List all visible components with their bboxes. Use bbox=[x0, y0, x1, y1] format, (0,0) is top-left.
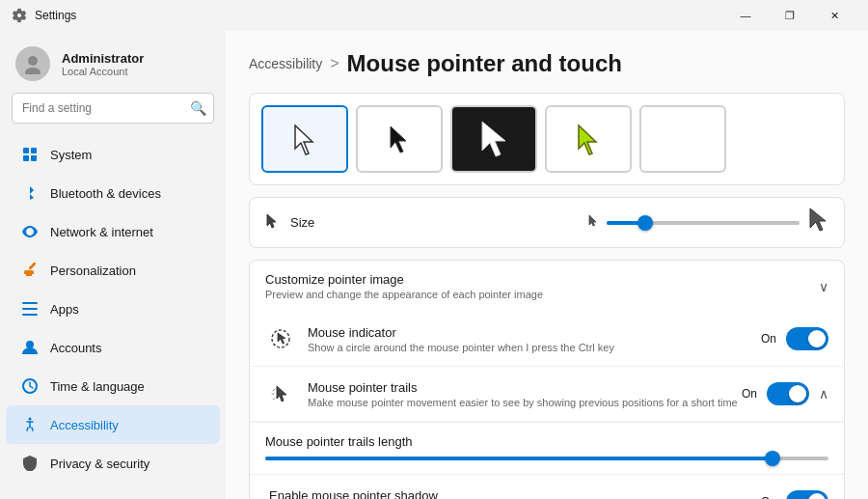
search-box: 🔍 bbox=[12, 93, 214, 124]
mouse-trails-status: On bbox=[742, 387, 757, 401]
toggle-thumb-shadow bbox=[808, 493, 826, 499]
mouse-trails-toggle[interactable] bbox=[767, 382, 809, 405]
trails-length-slider[interactable] bbox=[265, 457, 828, 460]
toggle-thumb bbox=[808, 330, 826, 347]
pointer-card-black-small[interactable] bbox=[356, 105, 443, 173]
sidebar-item-accounts[interactable]: Accounts bbox=[6, 328, 220, 367]
mouse-shadow-title: Enable mouse pointer shadow bbox=[269, 488, 761, 500]
mouse-indicator-control: On bbox=[761, 327, 828, 350]
svg-point-10 bbox=[26, 341, 34, 348]
svg-point-1 bbox=[28, 56, 38, 66]
breadcrumb: Accessibility > Mouse pointer and touch bbox=[249, 50, 845, 77]
mouse-indicator-row: Mouse indicator Show a circle around the… bbox=[250, 312, 844, 367]
svg-rect-4 bbox=[31, 148, 37, 153]
time-icon bbox=[21, 377, 39, 395]
title-bar-text: Settings bbox=[35, 9, 723, 22]
expand-trails-icon[interactable]: ∧ bbox=[819, 386, 828, 402]
svg-rect-9 bbox=[22, 314, 38, 316]
svg-point-0 bbox=[17, 14, 21, 17]
customize-texts: Customize pointer image Preview and chan… bbox=[265, 272, 819, 300]
sidebar-item-label-apps: Apps bbox=[50, 302, 79, 317]
sidebar-item-label-personalization: Personalization bbox=[50, 263, 136, 278]
sidebar-item-update[interactable]: Windows Update bbox=[6, 483, 220, 491]
mouse-indicator-icon bbox=[265, 323, 296, 354]
customize-pointer-row[interactable]: Customize pointer image Preview and chan… bbox=[250, 261, 844, 312]
mouse-shadow-row: Enable mouse pointer shadow Show shadow … bbox=[250, 475, 844, 499]
title-bar-controls: — ❐ ✕ bbox=[723, 0, 856, 31]
size-row: Size bbox=[249, 197, 845, 248]
nav-items: System Bluetooth & devices Network & bbox=[0, 131, 226, 491]
sidebar-item-apps[interactable]: Apps bbox=[6, 290, 220, 328]
mouse-indicator-title: Mouse indicator bbox=[308, 325, 761, 340]
sidebar-item-accessibility[interactable]: Accessibility bbox=[6, 405, 220, 444]
sidebar-item-system[interactable]: System bbox=[6, 135, 220, 174]
pointer-card-green[interactable] bbox=[545, 105, 632, 173]
mouse-indicator-text: Mouse indicator Show a circle around the… bbox=[308, 325, 761, 353]
user-sub: Local Account bbox=[62, 66, 144, 77]
pointer-settings-card: Customize pointer image Preview and chan… bbox=[249, 260, 845, 499]
apps-icon bbox=[21, 300, 39, 318]
svg-rect-3 bbox=[23, 148, 29, 153]
trails-length-label: Mouse pointer trails length bbox=[265, 434, 828, 449]
minimize-button[interactable]: — bbox=[723, 0, 768, 31]
svg-rect-5 bbox=[23, 155, 29, 161]
mouse-trails-title: Mouse pointer trails bbox=[308, 380, 742, 395]
accessibility-icon bbox=[21, 416, 39, 433]
pointer-card-custom[interactable] bbox=[639, 105, 726, 173]
user-info: Administrator Local Account bbox=[62, 51, 144, 77]
mouse-indicator-toggle[interactable] bbox=[786, 327, 828, 350]
sidebar-item-network[interactable]: Network & internet bbox=[6, 212, 220, 251]
cursor-small-icon bbox=[587, 214, 599, 231]
pointer-card-white[interactable] bbox=[261, 105, 348, 173]
maximize-button[interactable]: ❐ bbox=[768, 0, 812, 31]
mouse-shadow-toggle[interactable] bbox=[786, 490, 828, 499]
svg-point-2 bbox=[25, 68, 41, 74]
mouse-shadow-text: Enable mouse pointer shadow Show shadow … bbox=[265, 488, 761, 500]
sidebar-item-label-privacy: Privacy & security bbox=[50, 457, 149, 471]
sidebar-item-time[interactable]: Time & language bbox=[6, 367, 220, 405]
mouse-trails-text: Mouse pointer trails Make mouse pointer … bbox=[308, 380, 742, 408]
trails-length-thumb[interactable] bbox=[765, 451, 780, 466]
size-label: Size bbox=[290, 215, 314, 230]
mouse-trails-subtitle: Make mouse pointer movement easier to se… bbox=[308, 397, 742, 408]
user-name: Administrator bbox=[62, 51, 144, 66]
sidebar-item-privacy[interactable]: Privacy & security bbox=[6, 444, 220, 483]
close-button[interactable]: ✕ bbox=[812, 0, 856, 31]
privacy-icon bbox=[21, 455, 39, 472]
customize-subtitle: Preview and change the appearance of eac… bbox=[265, 289, 819, 300]
sidebar-item-label-bluetooth: Bluetooth & devices bbox=[50, 186, 161, 201]
mouse-indicator-subtitle: Show a circle around the mouse pointer w… bbox=[308, 342, 761, 353]
pointer-card-white-on-black[interactable] bbox=[450, 105, 537, 173]
sidebar-item-bluetooth[interactable]: Bluetooth & devices bbox=[6, 174, 220, 212]
sidebar-item-label-network: Network & internet bbox=[50, 225, 153, 239]
settings-icon bbox=[12, 8, 27, 23]
search-icon: 🔍 bbox=[190, 100, 206, 116]
size-slider-area bbox=[326, 208, 828, 237]
svg-rect-7 bbox=[22, 302, 38, 304]
cursor-large-icon bbox=[807, 208, 828, 237]
personalization-icon bbox=[21, 262, 39, 279]
sidebar-item-label-time: Time & language bbox=[50, 379, 145, 394]
trails-length-fill bbox=[265, 457, 773, 460]
bluetooth-icon bbox=[21, 184, 39, 202]
network-icon bbox=[21, 223, 39, 240]
pointer-cards bbox=[249, 93, 845, 185]
breadcrumb-parent[interactable]: Accessibility bbox=[249, 56, 322, 71]
size-slider-track[interactable] bbox=[607, 221, 800, 225]
breadcrumb-current: Mouse pointer and touch bbox=[347, 50, 622, 77]
search-input[interactable] bbox=[12, 93, 214, 124]
avatar bbox=[15, 46, 50, 81]
toggle-thumb-trails bbox=[789, 385, 806, 402]
trails-length-row: Mouse pointer trails length bbox=[250, 422, 844, 474]
size-slider-thumb[interactable] bbox=[637, 215, 653, 231]
mouse-trails-icon bbox=[265, 378, 296, 409]
sidebar-item-label-accounts: Accounts bbox=[50, 341, 101, 355]
size-cursor-icon bbox=[265, 213, 279, 232]
mouse-shadow-control: On bbox=[761, 490, 828, 499]
mouse-trails-section: Mouse pointer trails Make mouse pointer … bbox=[250, 367, 844, 475]
sidebar-item-label-accessibility: Accessibility bbox=[50, 418, 119, 432]
accounts-icon bbox=[21, 339, 39, 356]
mouse-trails-row: Mouse pointer trails Make mouse pointer … bbox=[250, 367, 844, 422]
chevron-down-icon: ∨ bbox=[819, 279, 828, 294]
sidebar-item-personalization[interactable]: Personalization bbox=[6, 251, 220, 290]
